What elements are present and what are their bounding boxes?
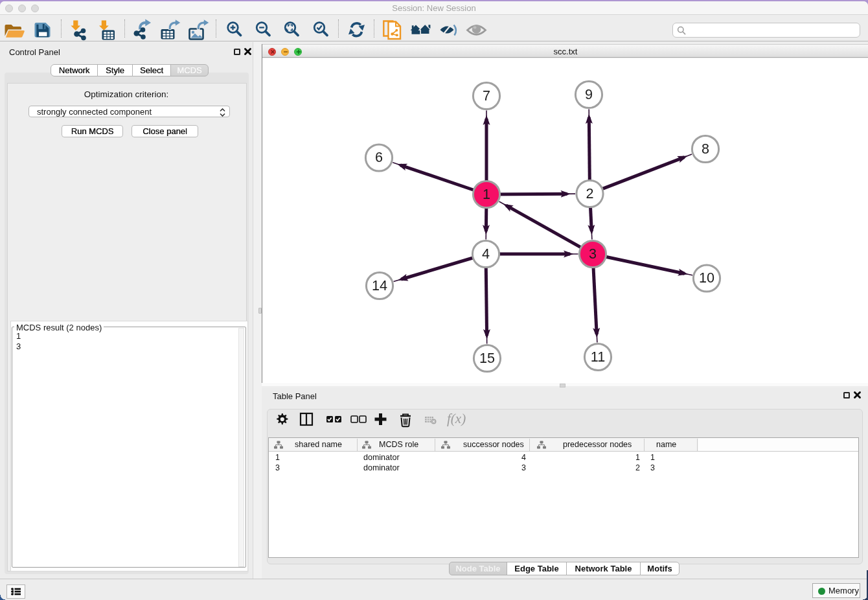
- svg-text:3: 3: [589, 246, 597, 262]
- svg-text:7: 7: [483, 87, 490, 104]
- svg-text:8: 8: [702, 141, 709, 157]
- svg-text:11: 11: [591, 349, 605, 365]
- svg-text:15: 15: [479, 350, 495, 366]
- svg-text:2: 2: [586, 185, 593, 202]
- svg-text:6: 6: [375, 149, 383, 165]
- svg-text:14: 14: [372, 277, 387, 294]
- svg-text:1: 1: [483, 186, 490, 202]
- svg-text:10: 10: [699, 270, 714, 286]
- svg-text:9: 9: [585, 86, 593, 102]
- svg-text:4: 4: [482, 246, 490, 262]
- svg-text:f(x): f(x): [447, 411, 466, 426]
